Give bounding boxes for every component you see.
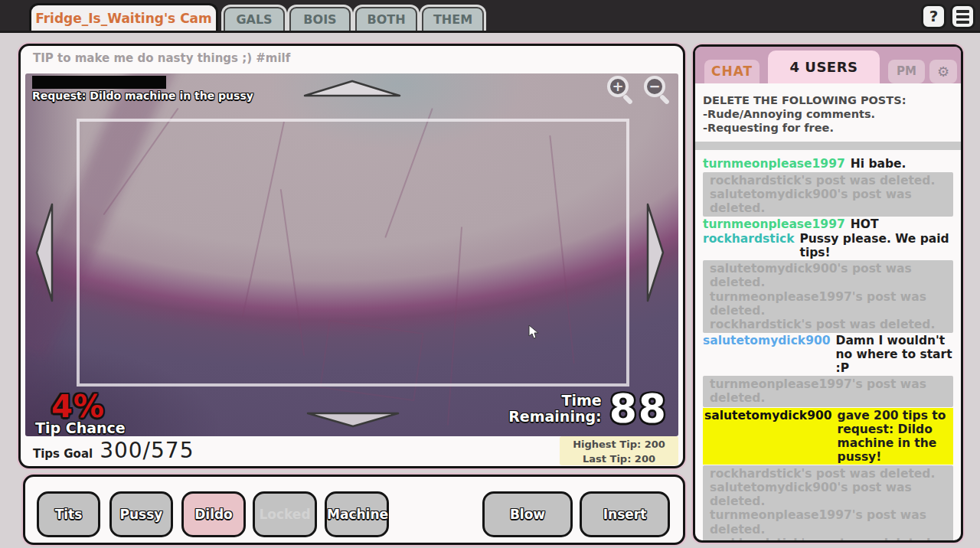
time-word: Time xyxy=(508,393,601,409)
chat-username[interactable]: salutetomydick900 xyxy=(703,334,831,347)
gear-icon: ⚙ xyxy=(937,64,949,80)
blow-button[interactable]: Blow xyxy=(482,491,573,537)
locked-button: Locked xyxy=(253,491,317,537)
zoom-out-button[interactable]: − xyxy=(644,76,674,107)
cam-panel: TIP to make me do nasty things ;) #milf … xyxy=(18,44,685,468)
chat-username[interactable]: turnmeonplease1997 xyxy=(703,157,845,171)
camera-zoom-frame xyxy=(77,119,629,387)
hamburger-icon xyxy=(956,10,969,13)
cam-footer: Tips Goal 300/575 Highest Tip: 200 Last … xyxy=(25,436,678,466)
deleted-posts-notice: rockhardstick's post was deleted.salutet… xyxy=(703,172,953,217)
window-tab-bois[interactable]: BOIS xyxy=(289,7,351,33)
censored-name-bar xyxy=(32,76,166,89)
mouse-cursor xyxy=(528,325,541,340)
window-tab-them[interactable]: THEM xyxy=(422,7,484,33)
window-tab-gals[interactable]: GALS xyxy=(224,7,285,33)
deleted-posts-notice: rockhardstick's post was deleted.salutet… xyxy=(703,465,953,540)
highest-tip: Highest Tip: 200 xyxy=(560,438,678,452)
window-titlebar: Fridge_Is_Waiting's CamGALSBOISBOTHTHEM … xyxy=(0,0,980,33)
tab-users[interactable]: 4 USERS xyxy=(768,51,880,83)
chat-message-text: Hi babe. xyxy=(851,157,953,171)
chat-divider xyxy=(695,142,961,150)
chat-message: salutetomydick900Damn I wouldn't no wher… xyxy=(703,334,953,375)
time-remaining-block: Time Remaining: 88 xyxy=(508,386,668,432)
window-tab-both[interactable]: BOTH xyxy=(355,7,417,33)
help-button[interactable]: ? xyxy=(921,4,946,29)
chat-body: DELETE THE FOLLOWING POSTS: -Rude/Annoyi… xyxy=(695,83,961,540)
actions-panel: TitsPussyDildoLockedMachineBlowInsert xyxy=(23,475,685,545)
tab-pm[interactable]: PM xyxy=(888,60,925,83)
time-remaining-value: 88 xyxy=(609,386,668,432)
chat-header: CHAT 4 USERS PM ⚙ xyxy=(695,47,961,83)
chat-messages: turnmeonplease1997Hi babe.rockhardstick'… xyxy=(703,157,953,540)
cam-status-line: TIP to make me do nasty things ;) #milf xyxy=(33,51,290,65)
chat-settings-button[interactable]: ⚙ xyxy=(929,60,957,83)
dildo-button[interactable]: Dildo xyxy=(181,491,246,537)
cam-video-feed[interactable]: Request: Dildo machine in the pussy + − … xyxy=(25,73,678,436)
active-request-label: Request: Dildo machine in the pussy xyxy=(32,90,253,102)
chat-message-text: Damn I wouldn't no where to start :P xyxy=(836,334,953,375)
pan-left-arrow-icon[interactable] xyxy=(34,202,54,303)
chat-username[interactable]: salutetomydick900 xyxy=(704,409,832,422)
pan-right-arrow-icon[interactable] xyxy=(645,202,665,303)
zoom-in-button[interactable]: + xyxy=(607,76,637,107)
chat-message: turnmeonplease1997Hi babe. xyxy=(703,157,953,171)
tip-chance-label: Tip Chance xyxy=(35,419,126,436)
pan-up-arrow-icon[interactable] xyxy=(302,80,402,98)
tips-goal-label: Tips Goal xyxy=(33,447,93,461)
chat-message-text: HOT xyxy=(851,217,953,231)
chat-message-text: Pussy please. We paid tips! xyxy=(799,232,953,259)
machine-button[interactable]: Machine xyxy=(325,491,389,537)
window-tab-fridge-is-waiting-s-cam[interactable]: Fridge_Is_Waiting's Cam xyxy=(29,3,218,33)
tip-stats-box: Highest Tip: 200 Last Tip: 200 xyxy=(560,436,678,465)
chat-username[interactable]: turnmeonplease1997 xyxy=(703,217,845,231)
help-icon: ? xyxy=(929,7,939,25)
chat-message: rockhardstickPussy please. We paid tips! xyxy=(703,232,953,259)
pan-down-arrow-icon[interactable] xyxy=(305,412,400,429)
tips-goal-value: 300/575 xyxy=(100,438,194,463)
remaining-word: Remaining: xyxy=(508,409,601,425)
insert-button[interactable]: Insert xyxy=(580,491,670,537)
tab-chat[interactable]: CHAT xyxy=(704,60,760,83)
menu-button[interactable] xyxy=(950,4,975,29)
chat-panel: CHAT 4 USERS PM ⚙ DELETE THE FOLLOWING P… xyxy=(693,44,963,543)
tip-message: salutetomydick900gave 200 tips to reques… xyxy=(703,408,953,465)
chat-message-text: gave 200 tips to request: Dildo machine … xyxy=(838,409,952,465)
last-tip: Last Tip: 200 xyxy=(560,452,678,467)
deleted-posts-notice: turnmeonplease1997's post was deleted. xyxy=(703,376,953,406)
chat-username[interactable]: rockhardstick xyxy=(703,232,794,246)
moderation-notice: DELETE THE FOLLOWING POSTS: -Rude/Annoyi… xyxy=(703,93,953,135)
deleted-posts-notice: salutetomydick900's post was deleted.tur… xyxy=(703,260,953,333)
pussy-button[interactable]: Pussy xyxy=(109,491,173,537)
tits-button[interactable]: Tits xyxy=(37,491,100,537)
chat-message: turnmeonplease1997HOT xyxy=(703,217,953,231)
